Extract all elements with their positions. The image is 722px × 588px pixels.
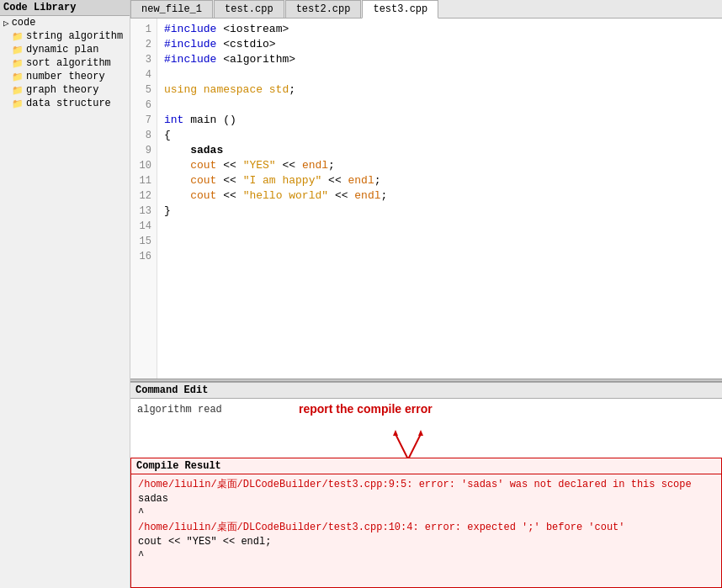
line-num-11: 11 — [135, 173, 151, 188]
command-annotation: report the compile error — [299, 402, 433, 416]
code-line-13: } — [164, 204, 715, 219]
code-line-10: cout << "YES" << endl; — [164, 158, 715, 173]
editor-area: new_file_1 test.cpp test2.cpp test3.cpp … — [130, 0, 722, 458]
svg-line-0 — [396, 434, 408, 458]
code-line-1: #include <iostream> — [164, 22, 715, 37]
compile-result: Compile Result /home/liulin/桌面/DLCodeBui… — [130, 458, 722, 588]
bottom-area: Compile Result /home/liulin/桌面/DLCodeBui… — [0, 458, 722, 588]
line-num-8: 8 — [135, 128, 151, 143]
line-num-14: 14 — [135, 219, 151, 234]
line-num-4: 4 — [135, 67, 151, 82]
sidebar-title: Code Library — [0, 0, 130, 16]
expand-icon: ▷ — [3, 18, 9, 29]
line-num-12: 12 — [135, 188, 151, 204]
folder-icon: 📁 — [12, 98, 24, 109]
sidebar-item-label: graph theory — [26, 84, 98, 96]
code-line-8: { — [164, 128, 715, 143]
folder-icon: 📁 — [12, 31, 24, 42]
line-num-3: 3 — [135, 52, 151, 67]
compile-title: Compile Result — [131, 458, 721, 474]
sidebar: Code Library ▷ code 📁 string algorithm 📁… — [0, 0, 130, 458]
folder-icon: 📁 — [12, 72, 24, 82]
line-num-15: 15 — [135, 234, 151, 249]
folder-icon: 📁 — [12, 45, 24, 56]
line-num-10: 10 — [135, 158, 151, 173]
code-line-3: #include <algorithm> — [164, 52, 715, 67]
sidebar-item-number-theory[interactable]: 📁 number theory — [0, 70, 130, 83]
sidebar-item-string-algorithm[interactable]: 📁 string algorithm — [0, 29, 130, 43]
code-line-7: int main () — [164, 113, 715, 128]
sidebar-item-code[interactable]: ▷ code — [0, 16, 130, 29]
code-line-6 — [164, 98, 715, 113]
sidebar-item-graph-theory[interactable]: 📁 graph theory — [0, 83, 130, 97]
compile-error-2: /home/liulin/桌面/DLCodeBuilder/test3.cpp:… — [138, 521, 714, 535]
svg-line-1 — [408, 434, 421, 458]
code-line-15 — [164, 234, 715, 249]
code-content[interactable]: #include <iostream> #include <cstdio> #i… — [157, 19, 722, 379]
command-title: Command Edit — [130, 383, 722, 399]
tab-new-file-1[interactable]: new_file_1 — [130, 0, 213, 18]
tab-test2-cpp[interactable]: test2.cpp — [285, 0, 362, 18]
compile-content: /home/liulin/桌面/DLCodeBuilder/test3.cpp:… — [131, 474, 721, 567]
svg-marker-2 — [393, 430, 398, 436]
compile-caret-1: ^ — [138, 506, 714, 521]
sidebar-item-data-structure[interactable]: 📁 data structure — [0, 97, 130, 110]
arrow-icon — [374, 417, 442, 458]
line-num-13: 13 — [135, 204, 151, 219]
sidebar-item-dynamic-plan[interactable]: 📁 dynamic plan — [0, 43, 130, 56]
command-panel: Command Edit algorithm read report the c… — [130, 382, 722, 458]
code-line-11: cout << "I am happy" << endl; — [164, 173, 715, 188]
tab-test-cpp[interactable]: test.cpp — [214, 0, 284, 18]
line-num-9: 9 — [135, 143, 151, 158]
tab-bar: new_file_1 test.cpp test2.cpp test3.cpp — [130, 0, 722, 19]
sidebar-item-label: dynamic plan — [26, 44, 98, 56]
sidebar-item-label: data structure — [26, 98, 111, 109]
line-numbers: 1 2 3 4 5 6 7 8 9 10 11 12 13 14 15 16 — [130, 19, 157, 379]
code-line-14 — [164, 219, 715, 234]
compile-caret-2: ^ — [138, 549, 714, 564]
code-line-12: cout << "hello world" << endl; — [164, 188, 715, 204]
line-num-7: 7 — [135, 113, 151, 128]
code-line-5: using namespace std; — [164, 82, 715, 98]
compile-code-1: sadas — [138, 492, 714, 506]
sidebar-item-label: code — [12, 17, 36, 29]
line-num-6: 6 — [135, 98, 151, 113]
line-num-1: 1 — [135, 22, 151, 37]
line-num-2: 2 — [135, 37, 151, 52]
compile-code-2: cout << "YES" << endl; — [138, 535, 714, 549]
sidebar-bottom — [0, 458, 130, 588]
sidebar-item-label: string algorithm — [26, 30, 123, 42]
svg-marker-3 — [418, 430, 423, 436]
code-line-2: #include <cstdio> — [164, 37, 715, 52]
sidebar-item-label: sort algorithm — [26, 57, 111, 69]
code-editor[interactable]: 1 2 3 4 5 6 7 8 9 10 11 12 13 14 15 16 #… — [130, 19, 722, 379]
code-line-16 — [164, 249, 715, 264]
line-num-16: 16 — [135, 249, 151, 264]
compile-error-1: /home/liulin/桌面/DLCodeBuilder/test3.cpp:… — [138, 478, 714, 492]
folder-icon: 📁 — [12, 58, 24, 69]
code-line-4 — [164, 67, 715, 82]
sidebar-item-label: number theory — [26, 71, 105, 82]
line-num-5: 5 — [135, 82, 151, 98]
command-label: algorithm read — [137, 404, 222, 416]
command-content: algorithm read report the compile error — [130, 399, 722, 453]
tab-test3-cpp[interactable]: test3.cpp — [362, 0, 438, 19]
code-line-9: sadas — [164, 143, 715, 158]
sidebar-item-sort-algorithm[interactable]: 📁 sort algorithm — [0, 56, 130, 70]
folder-icon: 📁 — [12, 85, 24, 96]
